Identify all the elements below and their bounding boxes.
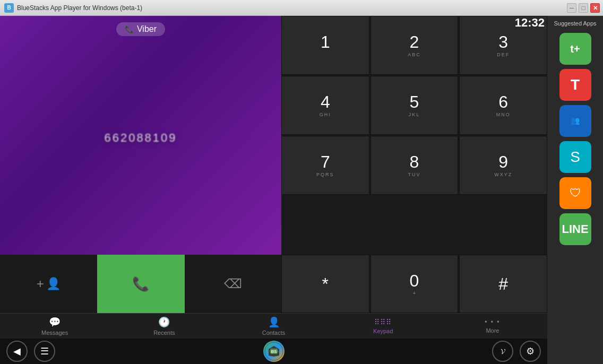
keypad-bottom-row: * 0 + # [281,255,547,313]
keypad-1[interactable]: 1 [281,16,369,75]
keypad-6[interactable]: 6 MNO [459,76,547,135]
nav-recents[interactable]: 🕐 Recents [109,314,219,339]
keypad-grid: 1 2 ABC 3 DEF 4 GHI 5 JKL [281,16,547,255]
nav-keypad[interactable]: ⠿⠿⠿ Keypad [329,314,438,339]
window-controls: ─ □ ✕ [567,3,600,13]
keypad-7[interactable]: 7 PQRS [281,136,369,195]
keypad-9[interactable]: 9 WXYZ [459,136,547,195]
viber-logo-text: Viber [137,24,157,34]
backspace-button[interactable]: ⌫ [185,255,282,313]
keypad-icon: ⠿⠿⠿ [374,318,392,326]
contacts-icon: 👤 [268,316,280,328]
back-button[interactable]: ◀ [6,341,28,362]
app-meetup[interactable]: 👥 [559,105,591,137]
t-icon: T [571,76,580,93]
nav-keypad-label: Keypad [373,328,393,334]
app-icon: B [4,3,14,13]
app-avast[interactable]: 🛡 [559,177,591,209]
app-skype[interactable]: S [559,141,591,173]
call-button[interactable]: 📞 [97,255,185,313]
sidebar-title: Suggested Apps [554,20,596,27]
phone-area: 12:32 📞 Viber 662088109 1 [0,16,547,364]
taskbar-right: 𝓥 ⚙ [492,341,541,362]
keypad-2[interactable]: 2 ABC [371,16,459,75]
taskbar-center: BS [261,339,287,364]
keypad-star[interactable]: * [281,255,369,313]
backspace-icon: ⌫ [224,276,242,291]
nav-more[interactable]: • • • More [438,314,547,339]
keypad-0[interactable]: 0 + [371,255,459,313]
viber-display: 📞 Viber 662088109 1 2 ABC 3 [0,16,547,255]
viber-taskbar-icon[interactable]: 𝓥 [492,341,513,362]
add-person-icon-svg: + 👤 [37,276,61,291]
nav-recents-label: Recents [153,330,175,336]
viber-logo-badge: 📞 Viber [116,22,165,36]
nav-contacts-label: Contacts [262,330,285,336]
bottom-navigation: 💬 Messages 🕐 Recents 👤 Contacts ⠿⠿⠿ Keyp… [0,313,547,339]
bluestacks-logo[interactable]: BS [261,339,287,364]
keypad-8[interactable]: 8 TUV [371,136,459,195]
nav-messages[interactable]: 💬 Messages [0,314,109,339]
keypad-hash[interactable]: # [459,255,547,313]
taskbar: ◀ ☰ BS 𝓥 [0,339,547,364]
meetup-icon: 👥 [571,117,580,125]
keypad-5[interactable]: 5 JKL [371,76,459,135]
add-contact-button[interactable]: + 👤 [0,255,97,313]
maximize-button[interactable]: □ [579,3,588,13]
bottom-action-row: + 👤 📞 ⌫ * 0 + # [0,255,547,313]
viber-screen: 📞 Viber 662088109 [0,16,281,255]
avast-icon: 🛡 [570,186,581,200]
taskbar-left: ◀ ☰ [6,341,55,362]
viber-phone-icon: 📞 [125,25,134,33]
app-line[interactable]: LINE [559,213,591,245]
line-icon: LINE [562,222,588,236]
menu-button[interactable]: ☰ [34,341,55,362]
title-bar: B BlueStacks App Player for Windows (bet… [0,0,603,16]
close-button[interactable]: ✕ [590,3,600,13]
keypad-4[interactable]: 4 GHI [281,76,369,135]
window-title: BlueStacks App Player for Windows (beta-… [17,4,599,12]
skype-icon: S [570,149,580,166]
time-display: 12:32 [515,16,545,30]
viber-header: 📞 Viber [0,16,281,36]
action-row: + 👤 📞 ⌫ [0,255,281,313]
recents-icon: 🕐 [158,316,170,328]
bluestacks-logo-circle: BS [263,341,285,362]
more-icon: • • • [485,318,500,326]
messages-icon: 💬 [49,316,61,328]
svg-text:BS: BS [271,349,277,354]
nav-more-label: More [486,327,499,334]
call-phone-icon: 📞 [132,276,149,292]
sidebar: Suggested Apps t+ T 👥 S 🛡 LINE [547,16,603,364]
main-area: 12:32 📞 Viber 662088109 1 [0,16,603,364]
minimize-button[interactable]: ─ [567,3,576,13]
nav-messages-label: Messages [41,330,68,336]
nav-contacts[interactable]: 👤 Contacts [219,314,328,339]
settings-button[interactable]: ⚙ [520,341,541,362]
app-textplus[interactable]: t+ [559,33,591,65]
phone-number-display: 662088109 [104,131,177,145]
app-t[interactable]: T [559,69,591,101]
textplus-icon: t+ [570,43,580,55]
